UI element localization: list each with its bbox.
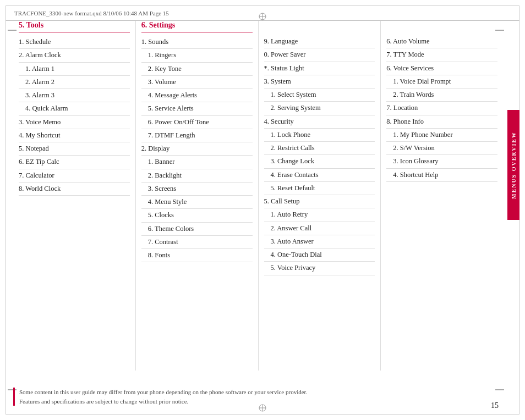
list-item: 3. Voice Memo [19,116,130,129]
list-item: 1. Auto Retry [264,208,375,222]
list-item: 4. Security [264,115,375,129]
list-item: 1. Schedule [19,36,130,49]
header-text: TRACFONE_3300-new format.qxd 8/10/06 10:… [14,10,169,16]
list-item: 7. DTMF Length [141,129,253,142]
list-item: 4. Shortcut Help [386,169,497,182]
list-item: 2. Restrict Calls [264,142,375,155]
main-content: 5. Tools1. Schedule2. Alarm Clock1. Alar… [13,21,503,371]
list-item: 3. Change Lock [264,155,375,168]
footer-note-line1: Some content in this user guide may diff… [19,389,307,395]
column-col4: 6. Auto Volume7. TTY Mode6. Voice Servic… [381,21,503,371]
list-item: 7. Location [386,102,497,115]
list-item: 1. Voice Dial Prompt [386,75,497,89]
list-item: 7. Contrast [141,236,253,249]
list-item: 1. Lock Phone [264,129,375,142]
list-item: 3. System [264,75,375,89]
list-item: 5. Voice Privacy [264,262,375,275]
list-item: 3. Icon Glossary [386,155,497,168]
list-item: 5. Service Alerts [141,102,253,115]
list-item: 8. Fonts [141,249,253,262]
column-col1: 5. Tools1. Schedule2. Alarm Clock1. Alar… [13,21,136,371]
list-item: 2. Backlight [141,169,253,183]
list-item: 5. Clocks [141,209,253,222]
list-item: 3. Screens [141,183,253,196]
list-item: 4. My Shortcut [19,129,130,142]
column-col3: 9. Language0. Power Saver*. Status Light… [259,21,381,371]
list-item: 1. Banner [141,156,253,169]
list-item: 4. Quick Alarm [19,102,130,115]
list-item: 5. Reset Default [264,182,375,195]
list-item: 6. Power On/Off Tone [141,116,253,129]
list-item: 1. My Phone Number [386,129,497,142]
header-crosshair-icon [258,12,267,21]
side-tab-label: MENUS OVERVIEW [511,131,517,199]
list-item: 3. Alarm 3 [19,89,130,102]
list-item: 6. EZ Tip Calc [19,156,130,169]
list-item: 2. Alarm Clock [19,49,130,62]
list-item: 2. Display [141,142,253,156]
list-item: 4. Menu Style [141,196,253,209]
list-item: 5. Notepad [19,142,130,156]
page-number: 15 [491,401,499,410]
list-item: 2. Answer Call [264,222,375,235]
list-item: 8. World Clock [19,183,130,196]
list-item: 7. Calculator [19,169,130,183]
col-header-col2: 6. Settings [141,21,253,32]
list-item: 4. One-Touch Dial [264,248,375,262]
column-col2: 6. Settings1. Sounds1. Ringers2. Key Ton… [136,21,259,371]
list-item: 1. Sounds [141,36,253,49]
footer-note-line2: Features and specifications are subject … [19,398,188,405]
list-item: 3. Volume [141,76,253,89]
list-item: 7. TTY Mode [386,48,497,62]
list-item: 8. Phone Info [386,115,497,129]
col-header-col1: 5. Tools [19,21,130,32]
list-item: 3. Auto Answer [264,235,375,248]
list-item: 2. S/W Version [386,142,497,155]
list-item: 2. Key Tone [141,63,253,76]
side-tab: MENUS OVERVIEW [507,110,519,220]
list-item: 1. Alarm 1 [19,63,130,76]
list-item: 2. Alarm 2 [19,76,130,89]
list-item: 6. Auto Volume [386,35,497,48]
list-item: 5. Call Setup [264,195,375,208]
list-item: 1. Select System [264,89,375,102]
list-item: 1. Ringers [141,49,253,62]
list-item: 4. Erase Contacts [264,169,375,182]
list-item: *. Status Light [264,62,375,75]
list-item: 9. Language [264,35,375,48]
list-item: 4. Message Alerts [141,89,253,102]
bottom-crosshair-icon [258,404,267,412]
list-item: 2. Serving System [264,102,375,115]
list-item: 6. Voice Services [386,62,497,75]
list-item: 0. Power Saver [264,48,375,62]
list-item: 2. Train Words [386,89,497,102]
list-item: 6. Theme Colors [141,223,253,236]
